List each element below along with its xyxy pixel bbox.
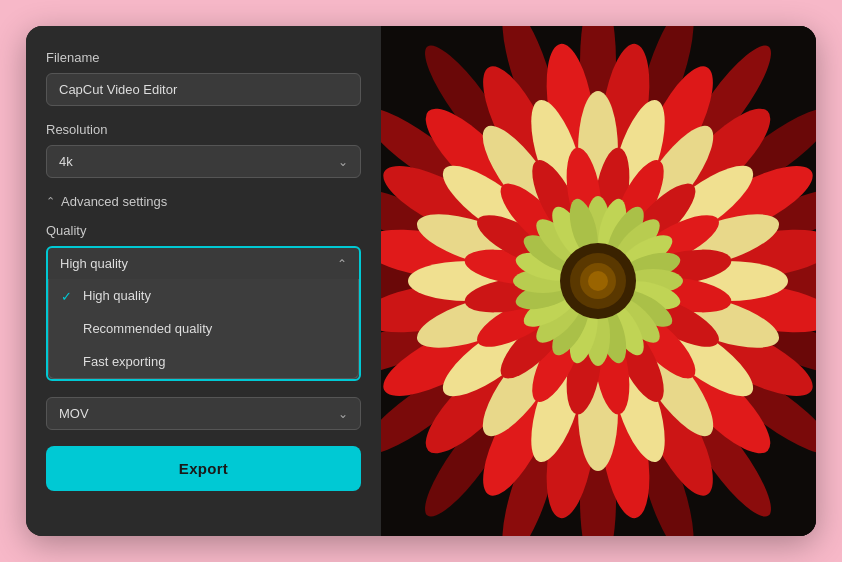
format-value: MOV bbox=[59, 406, 89, 421]
quality-option-recommended[interactable]: Recommended quality bbox=[49, 312, 358, 345]
quality-dropdown[interactable]: High quality ⌃ ✓ High quality Recommende… bbox=[46, 246, 361, 381]
format-select[interactable]: MOV ⌄ bbox=[46, 397, 361, 430]
preview-panel bbox=[381, 26, 816, 536]
quality-chevron-up-icon: ⌃ bbox=[337, 257, 347, 271]
left-panel: Filename Resolution 4k ⌄ ⌃ Advanced sett… bbox=[26, 26, 381, 536]
export-dialog: Filename Resolution 4k ⌄ ⌃ Advanced sett… bbox=[26, 26, 816, 536]
quality-label: Quality bbox=[46, 223, 361, 238]
quality-selected-display[interactable]: High quality ⌃ bbox=[48, 248, 359, 279]
advanced-settings-chevron-up-icon: ⌃ bbox=[46, 195, 55, 208]
flower-preview bbox=[381, 26, 816, 536]
format-chevron-down-icon: ⌄ bbox=[338, 407, 348, 421]
quality-option-high[interactable]: ✓ High quality bbox=[49, 279, 358, 312]
quality-selected-value: High quality bbox=[60, 256, 128, 271]
quality-option-fast[interactable]: Fast exporting bbox=[49, 345, 358, 378]
quality-option-high-label: High quality bbox=[83, 288, 151, 303]
filename-label: Filename bbox=[46, 50, 361, 65]
resolution-value: 4k bbox=[59, 154, 73, 169]
resolution-select[interactable]: 4k ⌄ bbox=[46, 145, 361, 178]
quality-options-list: ✓ High quality Recommended quality Fast … bbox=[48, 279, 359, 379]
svg-point-108 bbox=[588, 271, 608, 291]
resolution-chevron-down-icon: ⌄ bbox=[338, 155, 348, 169]
export-button[interactable]: Export bbox=[46, 446, 361, 491]
resolution-label: Resolution bbox=[46, 122, 361, 137]
advanced-settings-toggle[interactable]: ⌃ Advanced settings bbox=[46, 194, 361, 209]
advanced-settings-label: Advanced settings bbox=[61, 194, 167, 209]
quality-check-icon: ✓ bbox=[61, 288, 72, 303]
quality-option-recommended-label: Recommended quality bbox=[83, 321, 212, 336]
filename-input[interactable] bbox=[46, 73, 361, 106]
quality-option-fast-label: Fast exporting bbox=[83, 354, 165, 369]
